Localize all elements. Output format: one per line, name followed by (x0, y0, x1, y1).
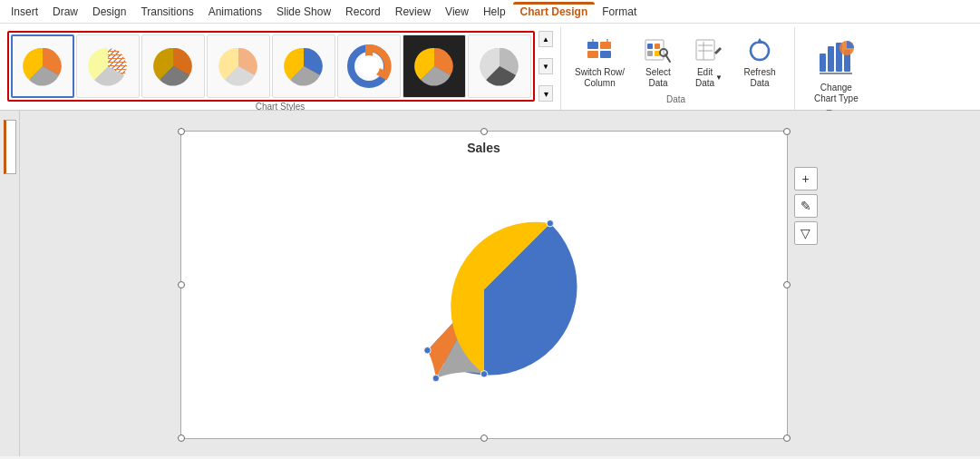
ribbon-content: ▲ ▼ ▾ Chart Styles (0, 24, 980, 110)
chart-styles-section: ▲ ▼ ▾ Chart Styles (4, 27, 561, 110)
data-buttons-group: Switch Row/Column (568, 31, 783, 94)
gallery-scroll: ▲ ▼ ▾ (539, 31, 553, 102)
menu-animations[interactable]: Animations (201, 2, 269, 22)
menu-draw[interactable]: Draw (45, 2, 85, 22)
chart-style-5[interactable] (272, 34, 335, 98)
svg-rect-17 (655, 44, 660, 49)
change-chart-type-label: ChangeChart Type (814, 83, 859, 104)
handle-bottom-center[interactable] (480, 435, 488, 442)
svg-rect-19 (655, 51, 660, 56)
right-toolbar: + ✎ ▽ (791, 131, 820, 245)
pie-chart-svg (357, 162, 611, 416)
slide-panel (0, 111, 20, 456)
handle-top-center[interactable] (480, 128, 488, 135)
slide-canvas: Sales (20, 111, 980, 456)
svg-rect-18 (647, 51, 653, 56)
svg-marker-25 (756, 38, 763, 44)
chart-style-2[interactable] (76, 34, 140, 98)
chart-style-7[interactable] (403, 34, 466, 98)
switch-icon (586, 36, 615, 65)
menu-design[interactable]: Design (85, 2, 133, 22)
svg-rect-27 (828, 46, 834, 72)
chart-style-button[interactable]: ✎ (794, 194, 818, 218)
svg-rect-14 (600, 51, 611, 58)
switch-row-column-label: Switch Row/Column (575, 67, 625, 89)
menu-help[interactable]: Help (476, 2, 513, 22)
pie-handle-4 (480, 371, 487, 377)
svg-point-8 (358, 55, 380, 77)
handle-top-right[interactable] (783, 128, 791, 135)
chart-style-1[interactable] (11, 34, 74, 98)
chart-style-6[interactable] (337, 34, 401, 98)
menu-chart-design[interactable]: Chart Design (513, 2, 596, 22)
pie-handle-2 (423, 347, 430, 353)
scroll-more-btn[interactable]: ▾ (539, 85, 553, 102)
pie-handle-1 (547, 220, 553, 226)
data-section-label: Data (666, 94, 685, 106)
edit-data-label: EditData ▼ (695, 67, 723, 89)
chart-style-8[interactable] (468, 34, 531, 98)
ribbon: ▲ ▼ ▾ Chart Styles (0, 24, 980, 111)
pie-chart-area (181, 162, 787, 416)
switch-row-column-button[interactable]: Switch Row/Column (568, 32, 631, 93)
select-data-button[interactable]: SelectData (635, 32, 682, 93)
scroll-down-btn[interactable]: ▼ (539, 58, 553, 74)
handle-bottom-right[interactable] (783, 435, 791, 442)
menu-bar: Insert Draw Design Transitions Animation… (0, 0, 980, 24)
menu-view[interactable]: View (438, 2, 476, 22)
edit-data-icon (694, 36, 723, 65)
svg-rect-26 (820, 54, 826, 72)
menu-record[interactable]: Record (338, 2, 388, 22)
chart-style-3[interactable] (141, 34, 205, 98)
select-data-label: SelectData (645, 67, 671, 89)
menu-slideshow[interactable]: Slide Show (269, 2, 338, 22)
svg-rect-16 (647, 44, 653, 49)
slide-thumbnail[interactable] (4, 120, 16, 174)
handle-middle-left[interactable] (178, 281, 185, 288)
svg-rect-13 (600, 42, 611, 49)
chart-style-4[interactable] (207, 34, 270, 98)
chart-styles-gallery (7, 31, 535, 102)
svg-rect-12 (587, 51, 598, 58)
chart-container[interactable]: Sales (180, 131, 788, 439)
handle-top-left[interactable] (178, 128, 185, 135)
add-chart-element-button[interactable]: + (794, 167, 818, 190)
refresh-icon (745, 36, 774, 65)
chart-filter-button[interactable]: ▽ (794, 221, 818, 245)
svg-rect-21 (696, 40, 714, 60)
handle-middle-right[interactable] (783, 281, 791, 288)
menu-review[interactable]: Review (388, 2, 438, 22)
menu-format[interactable]: Format (595, 2, 644, 22)
refresh-data-label: RefreshData (744, 67, 776, 89)
change-chart-type-icon (818, 35, 854, 79)
pie-handle-3 (432, 375, 439, 381)
refresh-data-button[interactable]: RefreshData (736, 32, 783, 93)
menu-transitions[interactable]: Transitions (133, 2, 200, 22)
edit-data-button[interactable]: EditData ▼ (685, 32, 733, 93)
svg-rect-11 (587, 42, 598, 49)
data-section: Switch Row/Column (561, 27, 795, 110)
scroll-up-btn[interactable]: ▲ (539, 31, 553, 47)
main-area: Sales (0, 111, 980, 456)
change-chart-type-button[interactable]: ChangeChart Type (802, 31, 870, 109)
menu-insert[interactable]: Insert (4, 2, 45, 22)
handle-bottom-left[interactable] (178, 435, 185, 442)
type-section: ChangeChart Type Type (795, 27, 878, 110)
select-data-icon (644, 36, 673, 65)
chart-title: Sales (467, 141, 500, 155)
